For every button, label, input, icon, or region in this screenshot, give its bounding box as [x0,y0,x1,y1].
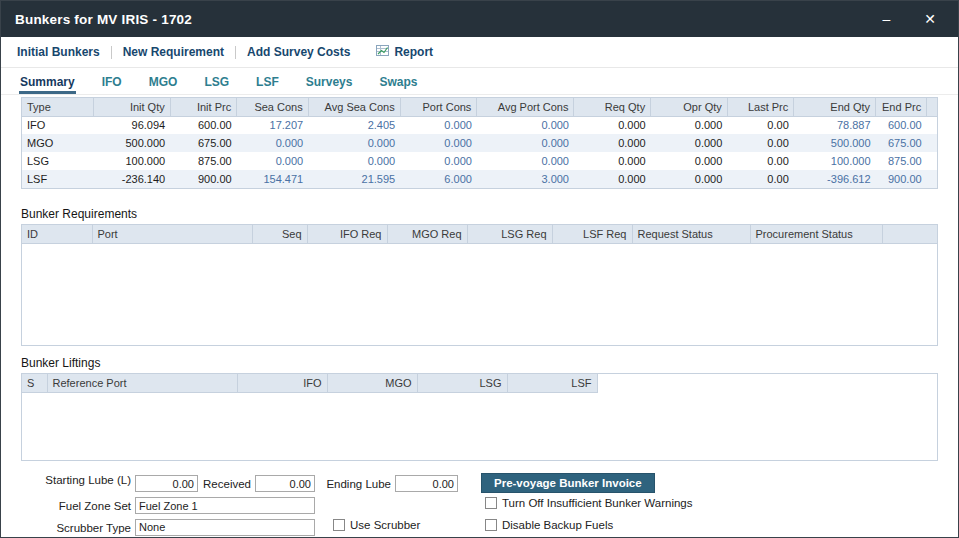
turn-off-warnings-checkbox[interactable]: Turn Off Insufficient Bunker Warnings [485,497,692,509]
cell-avg-sea-cons[interactable]: 0.000 [308,152,400,170]
content-area: Type Init Qty Init Prc Sea Cons Avg Sea … [1,95,958,538]
disable-backup-fuels-checkbox[interactable]: Disable Backup Fuels [485,519,613,531]
cell-port-cons[interactable]: 6.000 [400,170,477,188]
summary-row-mgo: MGO 500.000 675.00 0.000 0.000 0.000 0.0… [22,134,938,152]
starting-lube-input[interactable] [135,475,198,492]
summary-col-avg-sea-cons[interactable]: Avg Sea Cons [308,98,400,116]
tab-summary[interactable]: Summary [19,71,76,94]
new-requirement-button[interactable]: New Requirement [123,45,224,59]
report-button[interactable]: Report [394,45,433,59]
use-scrubber-checkbox[interactable]: Use Scrubber [333,519,420,531]
cell-port-cons[interactable]: 0.000 [400,116,477,134]
tab-lsg[interactable]: LSG [203,71,230,94]
lift-col-s[interactable]: S [22,374,47,392]
summary-col-avg-port-cons[interactable]: Avg Port Cons [477,98,574,116]
ending-lube-label: Ending Lube [321,477,391,492]
bunkers-window: Bunkers for MV IRIS - 1702 – ✕ Initial B… [0,0,959,538]
checkbox-icon [485,497,497,509]
summary-col-init-qty[interactable]: Init Qty [94,98,171,116]
req-col-filler [882,225,938,243]
req-col-ifo-req[interactable]: IFO Req [307,225,387,243]
cell-avg-port-cons[interactable]: 0.000 [477,116,574,134]
summary-col-type[interactable]: Type [22,98,94,116]
lift-col-mgo[interactable]: MGO [327,374,417,392]
tab-ifo[interactable]: IFO [101,71,123,94]
cell-end-prc[interactable]: 900.00 [876,170,927,188]
lift-col-reference-port[interactable]: Reference Port [47,374,237,392]
cell-type: LSG [22,152,94,170]
cell-req-qty: 0.000 [574,170,651,188]
req-col-lsg-req[interactable]: LSG Req [467,225,552,243]
ending-lube-input[interactable] [395,475,458,492]
cell-avg-sea-cons[interactable]: 21.595 [308,170,400,188]
initial-bunkers-button[interactable]: Initial Bunkers [17,45,100,59]
close-icon[interactable]: ✕ [924,12,936,26]
cell-avg-port-cons[interactable]: 0.000 [477,134,574,152]
cell-port-cons[interactable]: 0.000 [400,152,477,170]
summary-col-port-cons[interactable]: Port Cons [400,98,477,116]
cell-opr-qty: 0.000 [651,116,728,134]
summary-col-end-prc[interactable]: End Prc [876,98,927,116]
cell-avg-port-cons[interactable]: 0.000 [477,152,574,170]
pre-voyage-bunker-invoice-button[interactable]: Pre-voyage Bunker Invoice [481,473,655,493]
toolbar-separator [111,46,112,59]
cell-end-prc[interactable]: 875.00 [876,152,927,170]
scrubber-type-select[interactable]: None [135,519,315,536]
cell-avg-port-cons[interactable]: 3.000 [477,170,574,188]
scrubber-type-label: Scrubber Type [21,521,131,536]
summary-col-filler [927,98,938,116]
cell-filler [927,116,938,134]
req-col-mgo-req[interactable]: MGO Req [387,225,467,243]
summary-col-end-qty[interactable]: End Qty [794,98,876,116]
cell-last-prc: 0.00 [727,152,793,170]
lift-col-ifo[interactable]: IFO [237,374,327,392]
req-col-request-status[interactable]: Request Status [632,225,750,243]
cell-end-qty[interactable]: 78.887 [794,116,876,134]
cell-avg-sea-cons[interactable]: 0.000 [308,134,400,152]
liftings-section-title: Bunker Liftings [21,356,938,370]
cell-avg-sea-cons[interactable]: 2.405 [308,116,400,134]
report-group: Report [376,43,433,61]
summary-col-last-prc[interactable]: Last Prc [727,98,793,116]
cell-init-qty: 100.000 [94,152,171,170]
cell-init-qty: -236.140 [94,170,171,188]
cell-sea-cons[interactable]: 154.471 [237,170,309,188]
cell-type: LSF [22,170,94,188]
fuel-zone-set-input[interactable] [135,497,315,514]
req-col-port[interactable]: Port [92,225,252,243]
cell-type: MGO [22,134,94,152]
summary-col-sea-cons[interactable]: Sea Cons [237,98,309,116]
tab-mgo[interactable]: MGO [148,71,179,94]
cell-end-qty[interactable]: 100.000 [794,152,876,170]
lift-col-lsf[interactable]: LSF [507,374,597,392]
req-col-id[interactable]: ID [22,225,92,243]
checkbox-icon [485,519,497,531]
req-col-lsf-req[interactable]: LSF Req [552,225,632,243]
req-col-seq[interactable]: Seq [252,225,307,243]
cell-end-qty[interactable]: -396.612 [794,170,876,188]
tab-swaps[interactable]: Swaps [378,71,418,94]
disable-backup-fuels-label: Disable Backup Fuels [502,519,613,531]
summary-col-opr-qty[interactable]: Opr Qty [651,98,728,116]
req-col-procurement-status[interactable]: Procurement Status [750,225,882,243]
toolbar-separator [235,46,236,59]
tab-lsf[interactable]: LSF [255,71,280,94]
cell-end-prc[interactable]: 675.00 [876,134,927,152]
window-title: Bunkers for MV IRIS - 1702 [15,12,192,27]
cell-sea-cons[interactable]: 0.000 [237,152,309,170]
cell-end-qty[interactable]: 500.000 [794,134,876,152]
cell-sea-cons[interactable]: 0.000 [237,134,309,152]
tab-surveys[interactable]: Surveys [305,71,354,94]
summary-col-init-prc[interactable]: Init Prc [170,98,236,116]
cell-end-prc[interactable]: 600.00 [876,116,927,134]
cell-port-cons[interactable]: 0.000 [400,134,477,152]
add-survey-costs-button[interactable]: Add Survey Costs [247,45,350,59]
cell-sea-cons[interactable]: 17.207 [237,116,309,134]
received-input[interactable] [255,475,315,492]
cell-init-prc: 675.00 [170,134,236,152]
minimize-icon[interactable]: – [882,12,890,26]
cell-init-qty: 500.000 [94,134,171,152]
report-icon [376,43,389,61]
summary-col-req-qty[interactable]: Req Qty [574,98,651,116]
lift-col-lsg[interactable]: LSG [417,374,507,392]
